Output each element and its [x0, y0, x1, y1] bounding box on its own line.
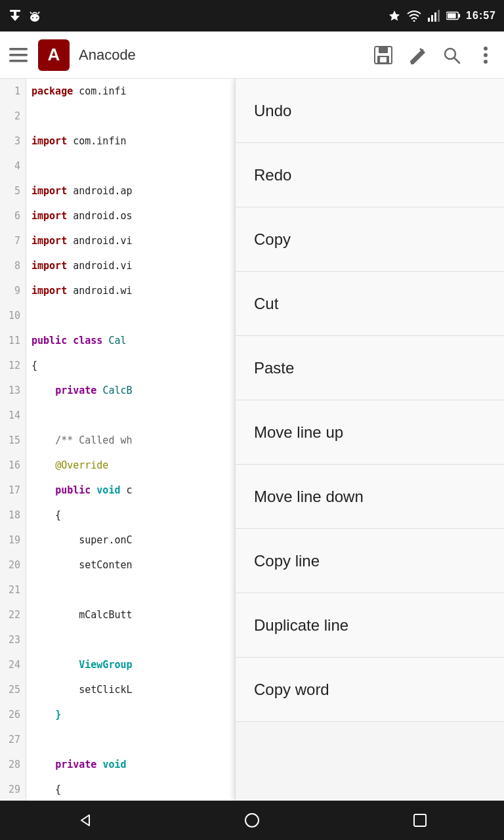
line-num-27: 27 [0, 727, 26, 752]
svg-rect-10 [428, 18, 430, 22]
svg-rect-18 [9, 54, 28, 56]
more-icon[interactable] [475, 45, 496, 66]
svg-rect-11 [431, 15, 433, 22]
wifi-icon [407, 9, 421, 23]
svg-rect-15 [458, 14, 460, 18]
edit-icon[interactable] [407, 45, 428, 66]
signal-icon [427, 9, 441, 23]
svg-point-6 [32, 17, 33, 18]
line-num-6: 6 [0, 203, 26, 228]
menu-item-copy-word[interactable]: Copy word [236, 658, 504, 722]
menu-item-cut[interactable]: Cut [236, 272, 504, 336]
line-num-18: 18 [0, 503, 26, 528]
clock: 16:57 [466, 10, 496, 22]
app-logo: A [38, 39, 70, 71]
svg-point-29 [484, 47, 488, 51]
nav-bar [0, 801, 504, 840]
recent-button[interactable] [400, 807, 440, 833]
line-num-9: 9 [0, 278, 26, 303]
app-bar-actions [373, 45, 496, 66]
svg-rect-12 [434, 12, 436, 22]
svg-rect-34 [414, 814, 426, 826]
back-button[interactable] [64, 807, 104, 833]
line-num-11: 11 [0, 328, 26, 353]
line-num-7: 7 [0, 228, 26, 253]
svg-point-7 [36, 17, 37, 18]
editor-area: 1 2 3 4 5 6 7 8 9 10 11 12 13 14 15 16 1… [0, 79, 504, 801]
line-num-5: 5 [0, 178, 26, 203]
menu-item-copy-line[interactable]: Copy line [236, 529, 504, 593]
svg-marker-8 [389, 10, 400, 21]
line-num-19: 19 [0, 528, 26, 553]
star-icon [387, 9, 402, 23]
menu-item-duplicate-line[interactable]: Duplicate line [236, 593, 504, 658]
download-icon [8, 9, 22, 23]
line-num-25: 25 [0, 677, 26, 702]
line-num-23: 23 [0, 627, 26, 652]
menu-icon[interactable] [8, 45, 29, 66]
svg-rect-19 [9, 60, 28, 62]
svg-point-30 [484, 53, 488, 57]
battery-icon [446, 9, 461, 23]
menu-item-copy[interactable]: Copy [236, 207, 504, 272]
line-num-12: 12 [0, 353, 26, 378]
line-num-3: 3 [0, 129, 26, 154]
menu-item-move-line-up[interactable]: Move line up [236, 400, 504, 465]
line-num-28: 28 [0, 752, 26, 777]
app-title: Anacode [79, 47, 364, 64]
line-num-14: 14 [0, 403, 26, 428]
line-num-13: 13 [0, 378, 26, 403]
svg-rect-17 [9, 48, 28, 51]
svg-line-4 [30, 12, 32, 14]
line-num-17: 17 [0, 478, 26, 503]
line-num-29: 29 [0, 777, 26, 801]
home-button[interactable] [232, 807, 272, 833]
menu-item-undo[interactable]: Undo [236, 79, 504, 143]
search-icon[interactable] [441, 45, 462, 66]
menu-item-redo[interactable]: Redo [236, 143, 504, 207]
line-num-8: 8 [0, 253, 26, 278]
svg-point-33 [245, 814, 259, 827]
line-num-22: 22 [0, 602, 26, 627]
line-num-21: 21 [0, 578, 26, 602]
svg-marker-32 [81, 815, 89, 826]
svg-line-5 [38, 12, 39, 14]
line-num-1: 1 [0, 79, 26, 104]
svg-rect-23 [380, 57, 387, 62]
line-num-26: 26 [0, 702, 26, 727]
android-icon [28, 9, 42, 23]
line-num-4: 4 [0, 154, 26, 178]
line-numbers: 1 2 3 4 5 6 7 8 9 10 11 12 13 14 15 16 1… [0, 79, 26, 801]
line-num-15: 15 [0, 428, 26, 453]
save-icon[interactable] [373, 45, 394, 66]
svg-line-28 [454, 58, 459, 63]
context-menu: Undo Redo Copy Cut Paste Move line up Mo… [235, 79, 504, 801]
line-num-16: 16 [0, 453, 26, 478]
line-num-24: 24 [0, 652, 26, 677]
status-bar: 16:57 [0, 0, 504, 32]
svg-rect-0 [10, 10, 20, 12]
svg-rect-13 [438, 10, 440, 22]
menu-item-move-line-down[interactable]: Move line down [236, 465, 504, 529]
svg-point-3 [30, 14, 39, 22]
line-num-10: 10 [0, 303, 26, 328]
svg-point-31 [484, 60, 488, 64]
svg-marker-2 [10, 16, 20, 21]
status-bar-right: 16:57 [387, 9, 496, 23]
line-num-20: 20 [0, 553, 26, 578]
svg-rect-16 [448, 13, 456, 18]
app-bar: A Anacode [0, 32, 504, 79]
status-bar-left [8, 9, 42, 23]
svg-point-9 [413, 20, 415, 22]
svg-rect-21 [379, 47, 388, 53]
line-num-2: 2 [0, 104, 26, 129]
menu-item-paste[interactable]: Paste [236, 336, 504, 400]
